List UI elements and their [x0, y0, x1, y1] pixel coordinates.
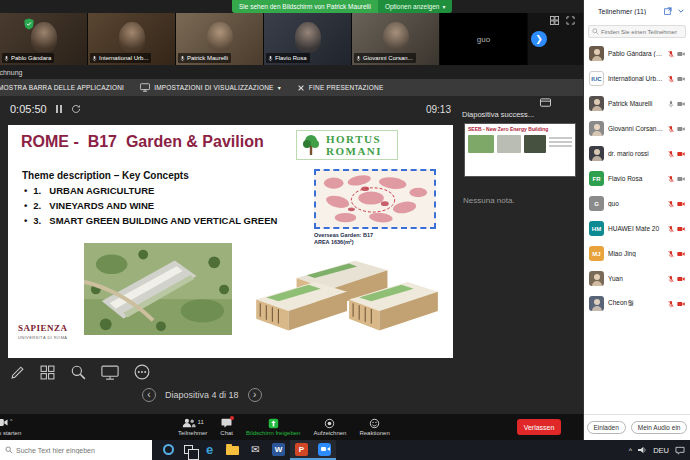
pen-tool-button[interactable]: [10, 365, 25, 380]
mic-muted-icon: [668, 200, 674, 208]
cortana-icon[interactable]: [158, 440, 179, 460]
language-indicator[interactable]: DEU: [653, 446, 669, 455]
participant-name: HUAWEI Mate 20: [608, 225, 664, 232]
video-tile[interactable]: guo: [440, 13, 528, 65]
video-tile[interactable]: Patrick Maurelli: [176, 13, 264, 65]
encryption-shield-icon[interactable]: [24, 16, 34, 34]
avatar: [589, 96, 604, 111]
chevron-down-icon: [442, 0, 445, 13]
participant-row[interactable]: G guo: [584, 191, 690, 216]
window-icon[interactable]: [540, 98, 551, 108]
video-camera-icon: [0, 418, 8, 427]
bullet-item: 1.URBAN AGRICULTURE: [24, 185, 277, 200]
fullscreen-icon[interactable]: [566, 16, 575, 25]
participant-name: Pablo Gándara (Ich): [608, 50, 664, 57]
pavilion-isometric-render: [236, 249, 448, 343]
close-icon: [297, 84, 305, 92]
next-slide-button[interactable]: [248, 388, 262, 402]
participant-row[interactable]: dr. mario rossi: [584, 141, 690, 166]
video-off-icon: [677, 276, 685, 282]
black-screen-button[interactable]: [101, 365, 119, 380]
view-options-button[interactable]: Optionen anzeigen: [378, 0, 453, 13]
powerpoint-icon[interactable]: [290, 440, 313, 460]
tray-expand-icon[interactable]: [629, 447, 632, 454]
participant-row[interactable]: Cheon웡: [584, 291, 690, 316]
participant-row[interactable]: Yuan: [584, 266, 690, 291]
participant-video-label: International Urb...: [90, 53, 151, 63]
leave-meeting-button[interactable]: Verlassen: [517, 419, 561, 435]
current-slide: ROME - B17 Garden & Pavilion HORTUS ROMA…: [8, 125, 453, 358]
notes-placeholder: Nessuna nota.: [463, 196, 515, 205]
taskbar-search-input[interactable]: [16, 447, 147, 454]
edge-icon[interactable]: [198, 440, 221, 460]
logo-text: HORTUS: [326, 133, 382, 145]
smiley-icon: [369, 418, 380, 429]
video-on-icon: [677, 126, 685, 132]
popout-icon[interactable]: [664, 7, 672, 15]
video-off-icon: [677, 201, 685, 207]
pause-timer-button[interactable]: [56, 105, 62, 113]
next-videos-button[interactable]: ❯: [531, 31, 547, 47]
video-tile[interactable]: Giovanni Corsan...: [352, 13, 440, 65]
chat-button[interactable]: Chat: [220, 414, 233, 440]
video-tile[interactable]: Pablo Gándara: [0, 13, 88, 65]
thumbnail-image: [468, 135, 494, 153]
garden-aerial-render: [84, 243, 232, 335]
task-view-icon[interactable]: [179, 440, 198, 460]
slide-navigation: Diapositiva 4 di 18: [142, 388, 262, 402]
chevron-up-icon[interactable]: ^: [10, 418, 13, 424]
display-settings-button[interactable]: IMPOSTAZIONI DI VISUALIZZAZIONE: [140, 83, 281, 92]
participant-name: Flavio Rosa: [608, 175, 664, 182]
speaker-icon[interactable]: [638, 446, 647, 454]
start-video-button[interactable]: ^ Video starten: [0, 414, 21, 440]
share-screen-button[interactable]: Bildschirm freigeben: [246, 414, 300, 440]
participants-button[interactable]: 11 Teilnehmer: [178, 414, 207, 440]
taskbar-search[interactable]: [0, 440, 152, 460]
audio-toggle-button[interactable]: Mein Audio ein: [631, 421, 688, 434]
action-center-icon[interactable]: [675, 446, 685, 455]
participant-row[interactable]: MJ Miao Jing: [584, 241, 690, 266]
video-off-icon: [677, 226, 685, 232]
mic-muted-icon: [668, 175, 674, 183]
zoom-slide-button[interactable]: [70, 364, 86, 380]
logo-text: ROMANI: [326, 145, 382, 157]
record-button[interactable]: Aufzeichnen: [313, 414, 346, 440]
gallery-view-icon[interactable]: [550, 16, 559, 25]
hortus-romani-logo: HORTUS ROMANI: [296, 130, 398, 160]
participant-row[interactable]: Giovanni Corsanego: [584, 116, 690, 141]
participant-video-label: Pablo Gándara: [2, 53, 54, 63]
chevron-down-icon[interactable]: [677, 7, 685, 15]
slide-title: ROME - B17 Garden & Pavilion: [21, 133, 264, 151]
participant-row[interactable]: Pablo Gándara (Ich): [584, 41, 690, 66]
reactions-button[interactable]: Reaktionen: [359, 414, 389, 440]
zoom-app-icon[interactable]: [313, 440, 336, 460]
mic-icon: [268, 55, 273, 62]
end-presentation-button[interactable]: FINE PRESENTAZIONE: [297, 84, 384, 92]
more-options-button[interactable]: [134, 364, 150, 380]
clock: 09:13: [426, 104, 451, 115]
avatar: HM: [589, 221, 604, 236]
participant-row[interactable]: FR Flavio Rosa: [584, 166, 690, 191]
participant-search[interactable]: [588, 25, 686, 38]
presenter-view: 0:05:50 09:13 ROME - B17 Garden & Pavili…: [0, 96, 583, 414]
restart-timer-button[interactable]: [71, 104, 81, 114]
video-strip: Pablo Gándara International Urb... Patri…: [0, 13, 583, 65]
invite-button[interactable]: Einladen: [587, 421, 626, 434]
next-slide-label: Diapositiva success...: [462, 110, 534, 119]
mail-icon[interactable]: [244, 440, 267, 460]
video-tile[interactable]: Flavio Rosa: [264, 13, 352, 65]
search-input[interactable]: [601, 29, 682, 35]
file-explorer-icon[interactable]: [221, 440, 244, 460]
avatar: [589, 146, 604, 161]
sapienza-logo: SAPIENZA UNIVERSITÀ DI ROMA: [18, 323, 68, 343]
participant-row[interactable]: Patrick Maurelli: [584, 91, 690, 116]
slide-sorter-button[interactable]: [40, 365, 55, 380]
previous-slide-button[interactable]: [142, 388, 156, 402]
presenter-toolbar: MOSTRA BARRA DELLE APPLICAZIONI IMPOSTAZ…: [0, 79, 583, 96]
next-slide-thumbnail[interactable]: SEEB - New Zero Energy Building: [464, 123, 576, 177]
show-taskbar-button[interactable]: MOSTRA BARRA DELLE APPLICAZIONI: [0, 84, 124, 92]
participant-row[interactable]: IUC International Urban Co...: [584, 66, 690, 91]
participant-row[interactable]: HM HUAWEI Mate 20: [584, 216, 690, 241]
word-icon[interactable]: [267, 440, 290, 460]
video-tile[interactable]: International Urb...: [88, 13, 176, 65]
